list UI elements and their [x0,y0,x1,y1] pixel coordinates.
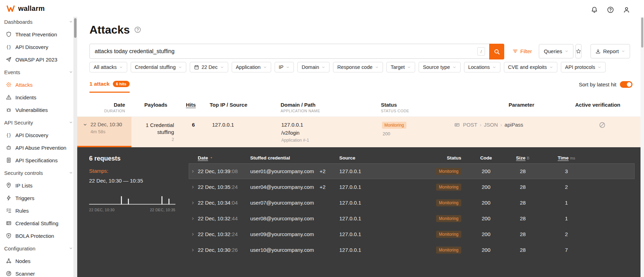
user-icon[interactable] [623,6,630,13]
sidebar-item[interactable]: {} API Discovery [0,41,77,53]
download-icon [595,49,601,54]
filter-chip[interactable]: API protocols [561,62,606,72]
bell-icon[interactable] [591,6,598,13]
attack-path[interactable]: /v2/login [281,130,379,136]
column-header[interactable]: Date DURATION [77,102,131,113]
sidebar-item[interactable]: {} API Discovery [0,129,77,141]
search-icon [494,49,500,55]
sort-toggle[interactable] [620,81,632,88]
column-header[interactable]: Domain / Path APPLICATION NAME [278,102,379,113]
page-scrollbar[interactable] [641,17,644,277]
filter-chip-label: All attacks [94,64,117,70]
filter-chip[interactable]: Response code [333,62,383,72]
queries-button[interactable]: Queries [539,44,573,58]
parameter-crumb[interactable]: apiPass [498,122,523,128]
sidebar-item[interactable]: Events [0,66,77,78]
sidebar-item[interactable]: Threat Prevention [0,28,77,41]
collapse-chevron-icon[interactable] [83,122,87,146]
bot-icon [6,144,12,151]
page-scrollbar-thumb[interactable] [641,17,643,48]
request-date: 22 Dec, 10:35 [198,184,230,190]
search-input[interactable] [95,48,471,55]
sidebar-item[interactable]: Incidents [0,91,77,104]
attacks-result-tab[interactable]: 1 attack 6 hits [89,81,130,93]
sidebar-item[interactable]: Vulnerabilities [0,104,77,116]
sidebar-item[interactable]: Dashboards [0,15,77,28]
column-header[interactable]: Hits [180,102,207,113]
column-time[interactable]: Timems [544,155,589,161]
request-size: 28 [502,231,544,237]
expand-chevron-icon[interactable] [189,169,198,173]
no-active-verification-icon[interactable] [599,122,606,147]
help-icon[interactable] [607,6,614,13]
attack-row[interactable]: 22 Dec, 10:30 4m 58s 1 Credential stuffi… [77,117,644,147]
request-row[interactable]: 22 Dec, 10:39:08 user01@yourcompany.com+… [189,163,635,179]
filter-chip[interactable]: Locations [464,62,500,72]
parameter-crumb[interactable]: JSON [477,122,498,128]
column-header[interactable]: Active verification [575,102,644,113]
report-button[interactable]: Report [591,44,630,58]
request-row[interactable]: 22 Dec, 10:30:26 user10@yourcompany.com … [189,242,635,258]
search-button[interactable] [489,44,504,59]
sidebar-scrollbar-thumb[interactable] [74,18,77,38]
sidebar-item[interactable]: Rules [0,204,77,217]
expand-chevron-icon[interactable] [189,232,198,236]
expand-chevron-icon[interactable] [189,216,198,221]
column-size[interactable]: SizeB [502,155,544,161]
payload-type[interactable]: 1 Credential stuffing [135,122,174,136]
column-header[interactable]: Top IP / Source [207,102,278,113]
page-help-icon[interactable] [134,26,141,33]
request-status-badge: Monitoring [436,184,461,191]
sidebar-item[interactable]: Triggers [0,192,77,204]
attacks-table-header: Date DURATION Payloads Hits Top IP / Sou… [77,102,644,117]
column-header[interactable]: Payloads [131,102,180,113]
filter-chip[interactable]: All attacks [89,62,127,72]
request-row[interactable]: 22 Dec, 10:35:24 user04@yourcompany.com+… [189,179,635,195]
filter-chip[interactable]: 22 Dec [190,62,228,72]
request-row[interactable]: 22 Dec, 10:32:24 user09@yourcompany.com … [189,226,635,242]
request-row[interactable]: 22 Dec, 10:32:44 user08@yourcompany.com … [189,211,635,226]
filter-chip[interactable]: Application [232,62,271,72]
search-box: / [89,44,504,59]
chevron-down-icon [549,65,553,69]
request-row[interactable]: 22 Dec, 10:34:04 user07@yourcompany.com … [189,195,635,211]
filter-chip[interactable]: Target [386,62,415,72]
sidebar-item[interactable]: Attacks [0,78,77,91]
attack-top-ip[interactable]: 127.0.0.1 [207,117,278,147]
column-header[interactable]: Parameter [453,102,575,113]
wallarm-logo[interactable]: wallarm [0,0,73,17]
sidebar-item[interactable]: Configuration [0,242,77,255]
sidebar-item[interactable]: Security controls [0,166,77,179]
sidebar-item[interactable]: IP Lists [0,179,77,192]
sidebar-item[interactable]: API Specifications [0,154,77,166]
filter-button[interactable]: Filter [510,44,535,58]
expand-chevron-icon[interactable] [189,185,198,189]
expand-chevron-icon[interactable] [189,248,198,252]
favorite-button[interactable] [576,44,581,58]
filter-chip[interactable]: Source type [419,62,460,72]
filter-chip[interactable]: IP [275,62,294,72]
search-row: / Filter Queries Report [89,44,629,59]
filter-chip[interactable]: Domain [297,62,330,72]
attack-status-code: 200 [383,131,453,136]
filter-chip[interactable]: Credential stuffing [131,62,186,72]
parameter-crumb[interactable]: POST [463,122,477,128]
expand-chevron-icon[interactable] [189,201,198,205]
sidebar-item[interactable]: API Abuse Prevention [0,141,77,154]
payload-count: 2 [131,137,174,142]
sidebar-item-label: Events [4,69,20,75]
sidebar-item[interactable]: Nodes [0,255,77,267]
chevron-down-icon [321,65,325,69]
sidebar-scrollbar[interactable] [73,17,77,277]
attack-domain[interactable]: 127.0.0.1 [281,122,379,128]
filter-chip[interactable]: CVE and exploits [504,62,557,72]
requests-sort-date[interactable]: Date [198,155,250,161]
attack-date-cell[interactable]: 22 Dec, 10:30 4m 58s [77,117,131,147]
sidebar-item[interactable]: OWASP API 2023 [0,53,77,66]
sidebar-item[interactable]: API Security [0,116,77,129]
star-icon [576,49,581,54]
sidebar-item[interactable]: Scanner [0,267,77,277]
sidebar-item[interactable]: BOLA Protection [0,229,77,242]
sidebar-item[interactable]: Credential Stuffing [0,217,77,229]
column-header[interactable]: Status STATUS CODE [379,102,453,113]
